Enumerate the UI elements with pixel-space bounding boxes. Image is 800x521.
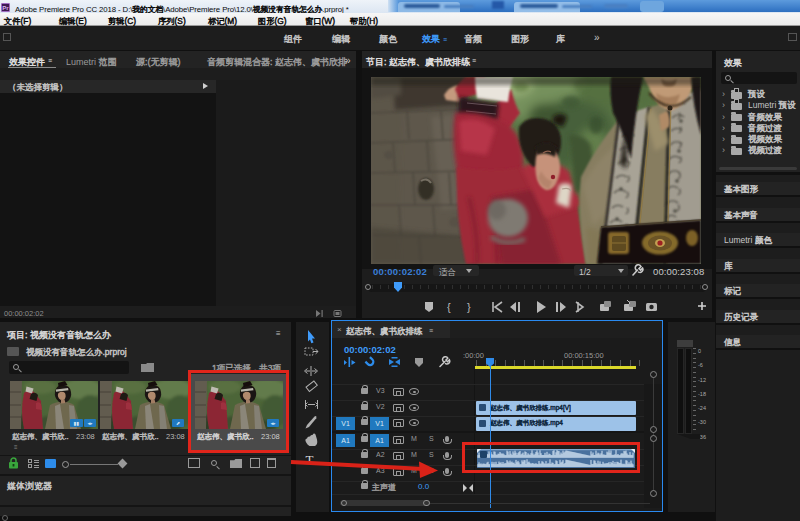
- svg-text:T: T: [306, 452, 314, 467]
- svg-text:}: }: [467, 301, 471, 313]
- svg-text:{: {: [447, 301, 451, 313]
